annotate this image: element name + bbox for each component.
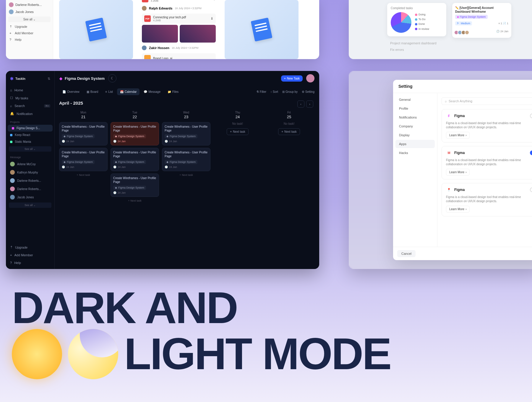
project-item[interactable]: Keep React: [6, 132, 54, 138]
nav-home[interactable]: ⌂Home: [6, 86, 54, 94]
task-card[interactable]: Create Wireframes - User Profile Page◆ F…: [111, 174, 159, 197]
legend-label: To Do: [419, 18, 426, 21]
message-user[interactable]: Arlene McCoy: [6, 160, 54, 168]
theme-toggle[interactable]: ☾: [108, 74, 116, 82]
task-card[interactable]: Create Wireframes - User Profile Page◆ F…: [111, 148, 159, 171]
list-item[interactable]: Jacob Jones: [6, 8, 53, 15]
file-attachment[interactable]: Brand Logo .ai: [142, 53, 216, 59]
tab-calendar[interactable]: 📅 Calendar: [117, 88, 140, 95]
nav-notification[interactable]: 🔔Notification: [6, 110, 54, 118]
next-task-link[interactable]: + Next task: [162, 174, 210, 176]
next-task-link[interactable]: + Next task: [111, 199, 159, 202]
avatar: [10, 195, 15, 200]
settings-tab-display[interactable]: Display: [395, 131, 435, 139]
see-all-button[interactable]: See all ⌄: [8, 17, 51, 22]
help-link[interactable]: ?Help: [6, 36, 53, 43]
prev-month-button[interactable]: ‹: [297, 100, 304, 108]
legend-dot: [415, 18, 417, 21]
home-icon: ⌂: [10, 88, 12, 92]
next-task-link[interactable]: + Next task: [59, 174, 108, 176]
image-thumbnail[interactable]: [59, 0, 133, 59]
add-task-button[interactable]: + Next task: [227, 128, 249, 135]
settings-tab-company[interactable]: Company: [395, 122, 435, 130]
day-name: Wed: [162, 111, 210, 114]
setting-button[interactable]: ⚙ Setting: [302, 90, 314, 93]
message-user[interactable]: Darlene Roberts...: [6, 185, 54, 193]
help-link[interactable]: ?Help: [6, 259, 54, 267]
add-member-link[interactable]: +Add Member: [6, 30, 53, 36]
user-avatar[interactable]: [306, 74, 314, 82]
figma-icon: ◆: [59, 76, 62, 81]
download-icon[interactable]: ⬇: [210, 17, 213, 21]
image-thumbnail[interactable]: [180, 25, 216, 43]
tab-message[interactable]: 💬 Message: [141, 88, 163, 95]
app-toggle[interactable]: [530, 187, 532, 192]
file-size: 4.2MB: [151, 0, 190, 2]
learn-more-button[interactable]: Learn More ›: [446, 132, 470, 139]
settings-tab-hacks[interactable]: Hacks: [395, 149, 435, 157]
headline-line1: DARK AND: [12, 287, 391, 329]
add-member-link[interactable]: +Add Member: [6, 251, 54, 259]
app-logo[interactable]: ✱TaskIn⇅: [6, 74, 54, 83]
task-card-overdue[interactable]: Create Wireframes - User Profile Page◆ F…: [111, 122, 159, 145]
search-icon: ⌕: [10, 104, 12, 108]
task-card[interactable]: ✏️ [User][General] Account Dashboard Wir…: [452, 3, 511, 38]
tab-list[interactable]: ≡ List: [102, 88, 116, 95]
search-input[interactable]: ⌕Search Anything: [442, 97, 532, 105]
groupby-button[interactable]: ⊞ Group by: [282, 90, 298, 93]
due-date: 🕐 24 Jan: [165, 166, 208, 168]
download-icon[interactable]: ⬇: [213, 0, 216, 1]
app-toggle[interactable]: [530, 150, 532, 155]
upgrade-link[interactable]: ⇡Upgrade: [6, 23, 53, 30]
cancel-button[interactable]: Cancel: [397, 250, 416, 257]
sort-button[interactable]: ↕ Sort: [270, 90, 278, 93]
image-thumbnail[interactable]: [225, 0, 299, 59]
search-icon: ⌕: [445, 99, 447, 103]
task-card[interactable]: Create Wireframes - User Profile Page◆ F…: [59, 122, 108, 145]
tab-board[interactable]: ▦ Board: [84, 88, 101, 95]
learn-more-button[interactable]: Learn More ›: [446, 169, 470, 176]
avatar: [9, 9, 14, 14]
settings-tab-notifications[interactable]: Notifications: [395, 113, 435, 121]
filter-button[interactable]: ⚗ Filter: [256, 90, 266, 93]
tab-overview[interactable]: 📄 Overview: [59, 88, 82, 95]
file-attachment[interactable]: PDF Connecting your tech.pdf4.2MB ⬇: [142, 14, 216, 24]
day-number: 22: [111, 115, 159, 119]
expand-icon[interactable]: ⇅: [48, 77, 50, 81]
document-icon: [85, 18, 107, 42]
list-item[interactable]: Darlene Roberts...: [6, 1, 53, 8]
message-user[interactable]: Darlene Roberts...: [6, 176, 54, 185]
nav-search[interactable]: ⌕Search⌘K: [6, 102, 54, 110]
settings-tab-profile[interactable]: Profile: [395, 104, 435, 113]
see-all-button[interactable]: See all ⌄: [9, 202, 51, 208]
new-task-button[interactable]: + New Task: [281, 75, 303, 82]
user-row: Ralph Edwards 16 July 2024 • 3:32PM: [139, 4, 219, 12]
upgrade-link[interactable]: ⇡Upgrade: [6, 243, 54, 251]
month-label: April - 2025: [59, 100, 83, 106]
settings-tab-general[interactable]: General: [395, 95, 435, 104]
legend-label: Done: [419, 22, 425, 25]
app-name: Figma: [454, 188, 465, 192]
add-task-button[interactable]: + Next task: [278, 128, 300, 135]
task-card[interactable]: Create Wireframes - User Profile Page◆ F…: [59, 148, 108, 171]
project-item[interactable]: Static Mania: [6, 138, 54, 145]
image-thumbnail[interactable]: [142, 25, 178, 43]
settings-tab-apps[interactable]: Apps: [395, 140, 435, 148]
legend-label: In review: [419, 27, 429, 30]
message-user[interactable]: Jacob Jones: [6, 193, 54, 201]
task-card[interactable]: Create Wireframes - User Profile Page◆ F…: [162, 122, 210, 145]
see-all-button[interactable]: See all ⌄: [9, 146, 51, 152]
project-item[interactable]: Figma Design S...: [8, 125, 53, 132]
help-icon: ?: [10, 261, 12, 265]
task-card[interactable]: Create Wireframes - User Profile Page◆ F…: [162, 148, 210, 171]
message-user[interactable]: Kathryn Murphy: [6, 168, 54, 176]
next-month-button[interactable]: ›: [306, 100, 313, 108]
ai-file-icon: [144, 55, 151, 59]
app-toggle[interactable]: [530, 114, 532, 118]
nav-tasks[interactable]: ☐My tasks: [6, 94, 54, 102]
file-row[interactable]: PDF Connecting your tech.pdf4.2MB ⬇: [139, 0, 219, 4]
learn-more-button[interactable]: Learn More ›: [446, 206, 470, 213]
tab-files[interactable]: 📁 Files: [165, 88, 181, 95]
add-member-icon: +: [9, 31, 13, 35]
help-icon: ?: [9, 38, 13, 41]
